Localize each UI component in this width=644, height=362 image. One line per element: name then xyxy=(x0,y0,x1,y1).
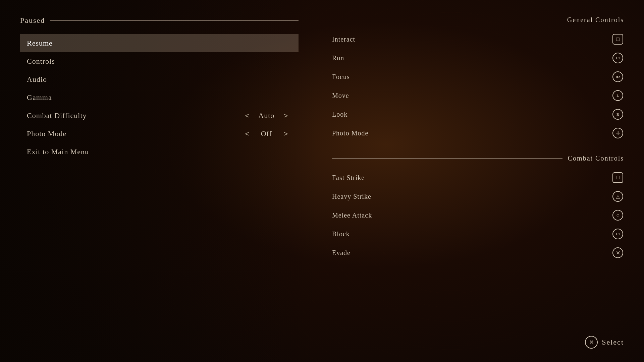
select-cross-symbol: ✕ xyxy=(589,339,594,346)
menu-item-gamma[interactable]: Gamma xyxy=(20,88,299,107)
heavy-strike-label: Heavy Strike xyxy=(332,193,371,200)
ps-triangle-symbol xyxy=(616,194,620,199)
control-row-evade: Evade xyxy=(332,244,624,261)
r2-icon xyxy=(612,71,623,82)
left-panel: Paused Resume Controls Audio Gamma Comba… xyxy=(0,0,319,362)
control-row-fast-strike: Fast Strike xyxy=(332,169,624,186)
general-controls-line xyxy=(332,20,562,20)
control-row-heavy-strike: Heavy Strike xyxy=(332,188,624,205)
bottom-bar: ✕ Select xyxy=(585,336,624,349)
combat-difficulty-label: Combat Difficulty xyxy=(27,111,87,120)
ps-square-symbol xyxy=(616,36,620,42)
ps-dpad-symbol xyxy=(616,130,620,136)
ps-cross-symbol xyxy=(616,250,620,256)
melee-attack-icon xyxy=(612,209,624,221)
control-row-block: Block xyxy=(332,225,624,243)
control-row-focus: Focus xyxy=(332,68,624,85)
look-label: Look xyxy=(332,111,347,118)
combat-controls-list: Fast Strike Heavy Strike Melee Attack Bl… xyxy=(332,169,624,261)
combat-controls-line xyxy=(332,158,562,159)
dpad-icon xyxy=(612,128,623,138)
cross-icon xyxy=(612,247,623,258)
control-row-move: Move xyxy=(332,87,624,104)
general-controls-list: Interact Run Focus Move xyxy=(332,31,624,142)
move-label: Move xyxy=(332,92,349,100)
menu-item-combat-difficulty: Combat Difficulty < Auto > xyxy=(20,107,299,125)
menu-item-exit[interactable]: Exit to Main Menu xyxy=(20,143,299,161)
ps-square-symbol2 xyxy=(616,175,620,181)
combat-difficulty-control: < Auto > xyxy=(241,111,292,120)
photo-mode-value: Off xyxy=(253,129,280,138)
melee-attack-label: Melee Attack xyxy=(332,212,372,219)
look-icon xyxy=(612,108,624,120)
general-controls-header: General Controls xyxy=(332,16,624,24)
menu-item-audio[interactable]: Audio xyxy=(20,70,299,88)
focus-label: Focus xyxy=(332,73,350,81)
control-row-photomode: Photo Mode xyxy=(332,124,624,142)
ps-r2-symbol xyxy=(615,74,620,79)
ls-icon xyxy=(612,90,623,101)
photo-mode-label: Photo Mode xyxy=(27,129,66,138)
combat-controls-header: Combat Controls xyxy=(332,155,624,162)
focus-icon xyxy=(612,71,624,83)
control-row-run: Run xyxy=(332,49,624,67)
control-row-melee-attack: Melee Attack xyxy=(332,206,624,224)
control-row-look: Look xyxy=(332,106,624,123)
circle-icon xyxy=(612,210,623,221)
photomode-icon xyxy=(612,127,624,139)
paused-header: Paused xyxy=(20,16,299,25)
menu-item-photo-mode: Photo Mode < Off > xyxy=(20,125,299,143)
paused-title: Paused xyxy=(20,16,45,25)
fast-strike-label: Fast Strike xyxy=(332,174,365,182)
select-icon: ✕ xyxy=(585,336,598,349)
combat-difficulty-value: Auto xyxy=(253,111,280,120)
evade-icon xyxy=(612,247,624,259)
block-icon xyxy=(612,228,624,240)
photo-mode-right[interactable]: > xyxy=(280,130,292,138)
rs-icon xyxy=(612,109,623,120)
run-label: Run xyxy=(332,54,344,62)
run-icon xyxy=(612,52,624,64)
select-label[interactable]: Select xyxy=(602,338,624,347)
interact-icon xyxy=(612,33,624,45)
right-panel: General Controls Interact Run Focus xyxy=(319,0,644,362)
fast-strike-icon xyxy=(612,172,624,184)
ps-ls-symbol xyxy=(616,93,619,98)
combat-difficulty-left[interactable]: < xyxy=(241,112,253,120)
menu-item-resume[interactable]: Resume xyxy=(20,34,299,52)
photo-mode-left[interactable]: < xyxy=(241,130,253,138)
heavy-strike-icon xyxy=(612,190,624,202)
ps-l1-symbol xyxy=(616,55,620,61)
control-row-interact: Interact xyxy=(332,31,624,48)
ps-rs-symbol xyxy=(616,112,619,117)
l1-icon xyxy=(612,53,623,63)
menu-list: Resume Controls Audio Gamma Combat Diffi… xyxy=(20,34,299,161)
block-label: Block xyxy=(332,230,350,238)
combat-difficulty-right[interactable]: > xyxy=(280,112,292,120)
fast-strike-square-icon xyxy=(612,172,623,183)
menu-item-controls[interactable]: Controls xyxy=(20,52,299,70)
photomode-label: Photo Mode xyxy=(332,129,368,137)
move-icon xyxy=(612,89,624,102)
square-icon xyxy=(612,34,623,45)
block-l1-icon xyxy=(612,229,623,239)
interact-label: Interact xyxy=(332,36,355,43)
general-controls-title: General Controls xyxy=(567,16,624,24)
combat-controls-title: Combat Controls xyxy=(568,155,624,162)
paused-line xyxy=(50,20,299,21)
evade-label: Evade xyxy=(332,249,351,257)
ui-container: Paused Resume Controls Audio Gamma Comba… xyxy=(0,0,644,362)
triangle-icon xyxy=(612,191,623,202)
ps-l1-symbol2 xyxy=(616,231,620,237)
photo-mode-control: < Off > xyxy=(241,129,292,138)
ps-circle-symbol xyxy=(616,212,620,218)
